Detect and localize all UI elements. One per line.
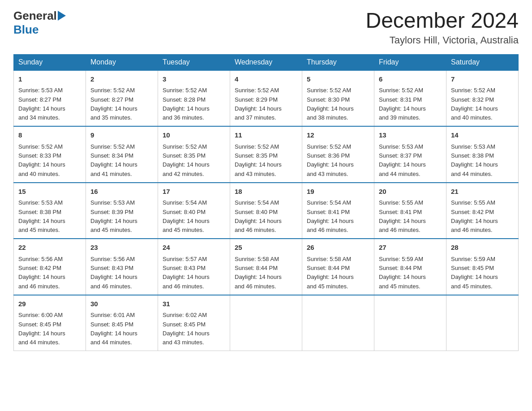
- day-info: Sunrise: 5:54 AMSunset: 8:41 PMDaylight:…: [307, 199, 354, 233]
- calendar-cell: 18Sunrise: 5:54 AMSunset: 8:40 PMDayligh…: [230, 183, 302, 239]
- day-info: Sunrise: 5:52 AMSunset: 8:33 PMDaylight:…: [18, 143, 65, 177]
- page-header: General Blue December 2024 Taylors Hill,…: [13, 9, 519, 46]
- day-info: Sunrise: 5:58 AMSunset: 8:44 PMDaylight:…: [235, 256, 282, 290]
- day-number: 3: [163, 74, 225, 85]
- day-info: Sunrise: 5:52 AMSunset: 8:32 PMDaylight:…: [451, 87, 498, 121]
- day-number: 13: [379, 130, 442, 141]
- day-info: Sunrise: 5:56 AMSunset: 8:43 PMDaylight:…: [90, 256, 137, 290]
- calendar-cell: 30Sunrise: 6:01 AMSunset: 8:45 PMDayligh…: [86, 295, 158, 351]
- calendar-cell: 13Sunrise: 5:53 AMSunset: 8:37 PMDayligh…: [374, 126, 446, 183]
- title-block: December 2024 Taylors Hill, Victoria, Au…: [365, 9, 519, 46]
- calendar-cell: 12Sunrise: 5:52 AMSunset: 8:36 PMDayligh…: [302, 126, 374, 183]
- day-info: Sunrise: 5:54 AMSunset: 8:40 PMDaylight:…: [235, 199, 282, 233]
- day-number: 21: [451, 187, 514, 197]
- calendar-cell: 23Sunrise: 5:56 AMSunset: 8:43 PMDayligh…: [86, 239, 158, 295]
- calendar-cell: 16Sunrise: 5:53 AMSunset: 8:39 PMDayligh…: [86, 183, 158, 239]
- calendar-cell: [374, 295, 446, 351]
- day-info: Sunrise: 5:53 AMSunset: 8:38 PMDaylight:…: [451, 143, 498, 177]
- day-info: Sunrise: 5:54 AMSunset: 8:40 PMDaylight:…: [163, 199, 210, 233]
- day-info: Sunrise: 5:56 AMSunset: 8:42 PMDaylight:…: [18, 256, 65, 290]
- calendar-cell: 6Sunrise: 5:52 AMSunset: 8:31 PMDaylight…: [374, 70, 446, 127]
- day-number: 24: [163, 243, 225, 253]
- weekday-header-wednesday: Wednesday: [230, 54, 302, 70]
- day-info: Sunrise: 5:52 AMSunset: 8:35 PMDaylight:…: [235, 143, 282, 177]
- calendar-cell: 26Sunrise: 5:58 AMSunset: 8:44 PMDayligh…: [302, 239, 374, 295]
- day-info: Sunrise: 5:52 AMSunset: 8:34 PMDaylight:…: [90, 143, 137, 177]
- day-number: 11: [235, 130, 297, 141]
- weekday-header-tuesday: Tuesday: [158, 54, 230, 70]
- day-number: 8: [18, 130, 81, 141]
- calendar-cell: 4Sunrise: 5:52 AMSunset: 8:29 PMDaylight…: [230, 70, 302, 127]
- day-number: 26: [307, 243, 369, 253]
- day-number: 29: [18, 299, 81, 309]
- weekday-header-sunday: Sunday: [14, 54, 86, 70]
- calendar-table: SundayMondayTuesdayWednesdayThursdayFrid…: [13, 54, 519, 351]
- day-number: 12: [307, 130, 369, 141]
- calendar-cell: 7Sunrise: 5:52 AMSunset: 8:32 PMDaylight…: [446, 70, 519, 127]
- day-info: Sunrise: 5:52 AMSunset: 8:31 PMDaylight:…: [379, 87, 426, 121]
- calendar-cell: 1Sunrise: 5:53 AMSunset: 8:27 PMDaylight…: [14, 70, 86, 127]
- day-number: 14: [451, 130, 514, 141]
- day-number: 6: [379, 74, 442, 85]
- day-info: Sunrise: 5:59 AMSunset: 8:45 PMDaylight:…: [451, 256, 498, 290]
- day-info: Sunrise: 6:00 AMSunset: 8:45 PMDaylight:…: [18, 312, 65, 346]
- calendar-week-2: 8Sunrise: 5:52 AMSunset: 8:33 PMDaylight…: [14, 126, 519, 183]
- day-number: 2: [90, 74, 153, 85]
- calendar-cell: 2Sunrise: 5:52 AMSunset: 8:27 PMDaylight…: [86, 70, 158, 127]
- day-info: Sunrise: 6:02 AMSunset: 8:45 PMDaylight:…: [163, 312, 210, 346]
- calendar-cell: 20Sunrise: 5:55 AMSunset: 8:41 PMDayligh…: [374, 183, 446, 239]
- day-number: 30: [90, 299, 153, 309]
- calendar-cell: 15Sunrise: 5:53 AMSunset: 8:38 PMDayligh…: [14, 183, 86, 239]
- day-info: Sunrise: 5:52 AMSunset: 8:36 PMDaylight:…: [307, 143, 354, 177]
- calendar-cell: 22Sunrise: 5:56 AMSunset: 8:42 PMDayligh…: [14, 239, 86, 295]
- day-number: 25: [235, 243, 297, 253]
- calendar-cell: [302, 295, 374, 351]
- day-number: 17: [163, 187, 225, 197]
- logo: General Blue: [13, 9, 66, 37]
- calendar-cell: [446, 295, 519, 351]
- calendar-cell: 25Sunrise: 5:58 AMSunset: 8:44 PMDayligh…: [230, 239, 302, 295]
- calendar-cell: 3Sunrise: 5:52 AMSunset: 8:28 PMDaylight…: [158, 70, 230, 127]
- day-number: 5: [307, 74, 369, 85]
- day-info: Sunrise: 5:52 AMSunset: 8:29 PMDaylight:…: [235, 87, 282, 121]
- day-number: 16: [90, 187, 153, 197]
- logo-triangle-icon: [58, 11, 66, 21]
- day-info: Sunrise: 5:53 AMSunset: 8:38 PMDaylight:…: [18, 199, 65, 233]
- day-info: Sunrise: 6:01 AMSunset: 8:45 PMDaylight:…: [90, 312, 137, 346]
- logo-general: General: [13, 9, 57, 23]
- calendar-cell: 19Sunrise: 5:54 AMSunset: 8:41 PMDayligh…: [302, 183, 374, 239]
- calendar-week-5: 29Sunrise: 6:00 AMSunset: 8:45 PMDayligh…: [14, 295, 519, 351]
- weekday-header-monday: Monday: [86, 54, 158, 70]
- calendar-cell: 28Sunrise: 5:59 AMSunset: 8:45 PMDayligh…: [446, 239, 519, 295]
- main-title: December 2024: [365, 9, 519, 33]
- day-info: Sunrise: 5:59 AMSunset: 8:44 PMDaylight:…: [379, 256, 426, 290]
- calendar-cell: 24Sunrise: 5:57 AMSunset: 8:43 PMDayligh…: [158, 239, 230, 295]
- day-info: Sunrise: 5:53 AMSunset: 8:37 PMDaylight:…: [379, 143, 426, 177]
- day-number: 22: [18, 243, 81, 253]
- calendar-cell: 10Sunrise: 5:52 AMSunset: 8:35 PMDayligh…: [158, 126, 230, 183]
- day-number: 31: [163, 299, 225, 309]
- day-number: 28: [451, 243, 514, 253]
- weekday-header-saturday: Saturday: [446, 54, 519, 70]
- svg-marker-0: [58, 11, 66, 21]
- calendar-cell: 17Sunrise: 5:54 AMSunset: 8:40 PMDayligh…: [158, 183, 230, 239]
- calendar-cell: 29Sunrise: 6:00 AMSunset: 8:45 PMDayligh…: [14, 295, 86, 351]
- calendar-week-1: 1Sunrise: 5:53 AMSunset: 8:27 PMDaylight…: [14, 70, 519, 127]
- calendar-cell: 31Sunrise: 6:02 AMSunset: 8:45 PMDayligh…: [158, 295, 230, 351]
- calendar-cell: 5Sunrise: 5:52 AMSunset: 8:30 PMDaylight…: [302, 70, 374, 127]
- day-number: 23: [90, 243, 153, 253]
- day-number: 19: [307, 187, 369, 197]
- day-info: Sunrise: 5:52 AMSunset: 8:35 PMDaylight:…: [163, 143, 210, 177]
- day-info: Sunrise: 5:52 AMSunset: 8:28 PMDaylight:…: [163, 87, 210, 121]
- day-info: Sunrise: 5:57 AMSunset: 8:43 PMDaylight:…: [163, 256, 210, 290]
- day-number: 4: [235, 74, 297, 85]
- day-info: Sunrise: 5:55 AMSunset: 8:41 PMDaylight:…: [379, 199, 426, 233]
- day-number: 27: [379, 243, 442, 253]
- calendar-cell: 9Sunrise: 5:52 AMSunset: 8:34 PMDaylight…: [86, 126, 158, 183]
- calendar-cell: 8Sunrise: 5:52 AMSunset: 8:33 PMDaylight…: [14, 126, 86, 183]
- weekday-header-thursday: Thursday: [302, 54, 374, 70]
- day-number: 7: [451, 74, 514, 85]
- day-info: Sunrise: 5:58 AMSunset: 8:44 PMDaylight:…: [307, 256, 354, 290]
- day-info: Sunrise: 5:52 AMSunset: 8:27 PMDaylight:…: [90, 87, 137, 121]
- calendar-cell: 11Sunrise: 5:52 AMSunset: 8:35 PMDayligh…: [230, 126, 302, 183]
